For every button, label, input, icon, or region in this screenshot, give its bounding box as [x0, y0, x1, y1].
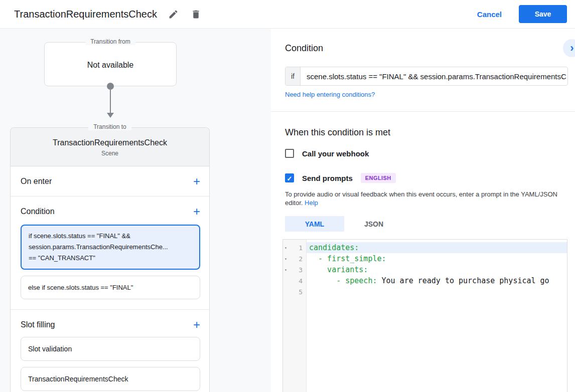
flow-connector-dot — [107, 83, 114, 90]
conditions-help-link[interactable]: Need help entering conditions? — [285, 91, 375, 98]
title-group: TransactionRequirementsCheck — [14, 8, 202, 21]
line-number: 1 — [291, 244, 306, 252]
fold-arrow-icon[interactable]: ▾ — [283, 246, 291, 250]
code-line — [307, 286, 567, 297]
condition-detail-panel: Condition › if scene.slots.status == "FI… — [271, 29, 575, 392]
condition-line: session.params.TransactionRequirementsCh… — [29, 242, 192, 253]
condition-line: if scene.slots.status == "FINAL" && — [29, 231, 192, 242]
scene-header[interactable]: TransactionRequirementsCheck Scene — [11, 128, 209, 166]
scene-type-label: Scene — [11, 150, 209, 157]
if-prefix-label: if — [285, 67, 301, 85]
condition-line: else if scene.slots.status == "FINAL" — [28, 284, 193, 291]
language-badge: ENGLISH — [361, 173, 396, 183]
section-divider — [271, 111, 575, 112]
condition-card-else[interactable]: else if scene.slots.status == "FINAL" — [21, 276, 200, 299]
slot-filling-section: Slot filling + Slot validation Transacti… — [11, 310, 209, 392]
editor-code-area[interactable]: candidates: - first_simple: variants: - … — [307, 240, 567, 392]
prompts-helper-text: To provide audio or visual feedback when… — [285, 190, 569, 207]
edit-title-button[interactable] — [167, 8, 180, 21]
condition-expression-value[interactable]: scene.slots.status == "FINAL" && session… — [301, 67, 567, 85]
slot-card-label: TransactionRequirementsCheck — [28, 375, 193, 383]
help-link[interactable]: Help — [305, 199, 318, 207]
top-bar: TransactionRequirementsCheck Cancel Save — [0, 0, 575, 29]
page-title: TransactionRequirementsCheck — [14, 9, 157, 20]
condition-section-label: Condition — [21, 207, 55, 216]
send-prompts-label: Send prompts — [302, 174, 353, 182]
tab-json[interactable]: JSON — [344, 216, 403, 232]
send-prompts-row: ✓ Send prompts ENGLISH — [285, 173, 396, 183]
line-number: 2 — [291, 255, 306, 263]
add-on-enter-button[interactable]: + — [193, 175, 200, 187]
add-condition-button[interactable]: + — [193, 206, 200, 218]
condition-heading: Condition — [285, 43, 323, 54]
save-button[interactable]: Save — [519, 5, 567, 23]
slot-filling-section-label: Slot filling — [21, 320, 55, 329]
app-root: TransactionRequirementsCheck Cancel Save… — [0, 0, 575, 392]
webhook-checkbox[interactable] — [285, 149, 294, 158]
plus-icon: + — [193, 174, 200, 188]
line-number: 5 — [291, 288, 306, 296]
editor-tabs: YAML JSON — [285, 216, 403, 232]
plus-icon: + — [193, 205, 200, 218]
on-enter-label: On enter — [21, 177, 52, 186]
condition-expression-field[interactable]: if scene.slots.status == "FINAL" && sess… — [285, 67, 568, 86]
check-icon: ✓ — [287, 175, 293, 182]
scene-canvas: Transition from Not available Transition… — [0, 29, 271, 392]
transition-from-box: Transition from Not available — [44, 42, 177, 86]
webhook-label: Call your webhook — [302, 149, 369, 158]
slot-card-label: Slot validation — [28, 345, 193, 353]
slot-validation-card[interactable]: Slot validation — [21, 337, 200, 361]
code-line: - speech: You are ready to purchase phys… — [307, 275, 567, 286]
when-met-heading: When this condition is met — [285, 127, 390, 138]
topbar-actions: Cancel Save — [477, 5, 567, 23]
code-line: - first_simple: — [307, 253, 567, 264]
line-number: 4 — [291, 277, 306, 285]
plus-icon: + — [193, 318, 200, 331]
scene-card: Transition to TransactionRequirementsChe… — [10, 127, 210, 392]
fold-arrow-icon[interactable]: ▾ — [283, 257, 291, 261]
on-enter-section: On enter + — [11, 166, 209, 197]
condition-card-selected[interactable]: if scene.slots.status == "FINAL" && sess… — [21, 225, 200, 270]
send-prompts-checkbox[interactable]: ✓ — [285, 173, 294, 182]
tab-yaml[interactable]: YAML — [285, 216, 344, 232]
editor-gutter: ▾1 ▾2 ▾3 4 5 — [283, 240, 307, 392]
webhook-row: Call your webhook — [285, 149, 369, 158]
yaml-code-editor[interactable]: ▾1 ▾2 ▾3 4 5 candidates: - first_simple:… — [282, 239, 567, 392]
code-line: variants: — [307, 264, 567, 275]
pencil-icon — [168, 9, 179, 20]
line-number: 3 — [291, 266, 306, 274]
fold-arrow-icon[interactable]: ▾ — [283, 268, 291, 272]
transition-from-value: Not available — [45, 61, 176, 70]
transition-from-legend: Transition from — [85, 38, 135, 45]
flow-arrow-head — [107, 113, 114, 118]
cancel-button[interactable]: Cancel — [477, 10, 502, 19]
flow-connector-line — [110, 90, 111, 113]
condition-line: == "CAN_TRANSACT" — [29, 253, 192, 264]
trash-icon — [191, 9, 201, 20]
chevron-right-icon: › — [570, 42, 573, 54]
condition-section: Condition + if scene.slots.status == "FI… — [11, 197, 209, 310]
transition-to-legend: Transition to — [88, 123, 131, 130]
code-line: candidates: — [307, 242, 567, 253]
delete-scene-button[interactable] — [190, 8, 202, 21]
scene-name: TransactionRequirementsCheck — [11, 128, 209, 147]
slot-transaction-card[interactable]: TransactionRequirementsCheck — [21, 367, 200, 391]
add-slot-filling-button[interactable]: + — [193, 319, 200, 331]
collapse-panel-button[interactable]: › — [563, 39, 575, 57]
